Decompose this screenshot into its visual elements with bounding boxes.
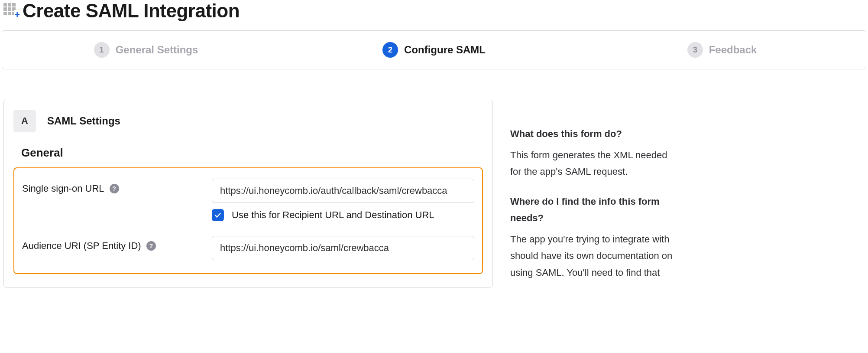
sso-url-input[interactable]	[212, 179, 474, 203]
sso-url-label: Single sign-on URL	[22, 183, 104, 194]
help-text-2: The app you're trying to integrate with …	[510, 231, 675, 281]
side-help-panel: What does this form do? This form genera…	[510, 100, 675, 294]
step-number: 2	[382, 42, 398, 58]
help-heading-2: Where do I find the info this form needs…	[510, 193, 675, 227]
step-label: General Settings	[116, 44, 198, 56]
wizard-steps: 1 General Settings 2 Configure SAML 3 Fe…	[2, 30, 866, 69]
page-title: Create SAML Integration	[23, 0, 240, 22]
saml-settings-panel: A SAML Settings General Single sign-on U…	[3, 100, 493, 288]
step-number: 3	[687, 42, 703, 58]
step-general-settings[interactable]: 1 General Settings	[2, 31, 290, 69]
use-for-recipient-label: Use this for Recipient URL and Destinati…	[232, 209, 434, 221]
use-for-recipient-checkbox[interactable]	[212, 209, 224, 221]
audience-uri-label: Audience URI (SP Entity ID)	[22, 240, 141, 252]
audience-uri-input[interactable]	[212, 236, 474, 260]
help-icon[interactable]: ?	[110, 184, 119, 193]
step-feedback[interactable]: 3 Feedback	[578, 31, 866, 69]
subsection-title: General	[21, 146, 483, 160]
step-number: 1	[94, 42, 110, 58]
check-icon	[214, 211, 222, 219]
step-label: Configure SAML	[404, 44, 486, 56]
general-fields-highlight: Single sign-on URL ? Use this for Recipi…	[13, 167, 483, 274]
help-text-1: This form generates the XML needed for t…	[510, 147, 675, 180]
section-badge: A	[13, 110, 36, 132]
help-icon[interactable]: ?	[146, 241, 156, 251]
plus-icon: +	[14, 10, 20, 20]
help-heading-1: What does this form do?	[510, 126, 675, 143]
app-grid-icon: +	[3, 3, 19, 19]
section-title: SAML Settings	[47, 115, 120, 127]
step-configure-saml[interactable]: 2 Configure SAML	[290, 31, 578, 69]
step-label: Feedback	[709, 44, 757, 56]
